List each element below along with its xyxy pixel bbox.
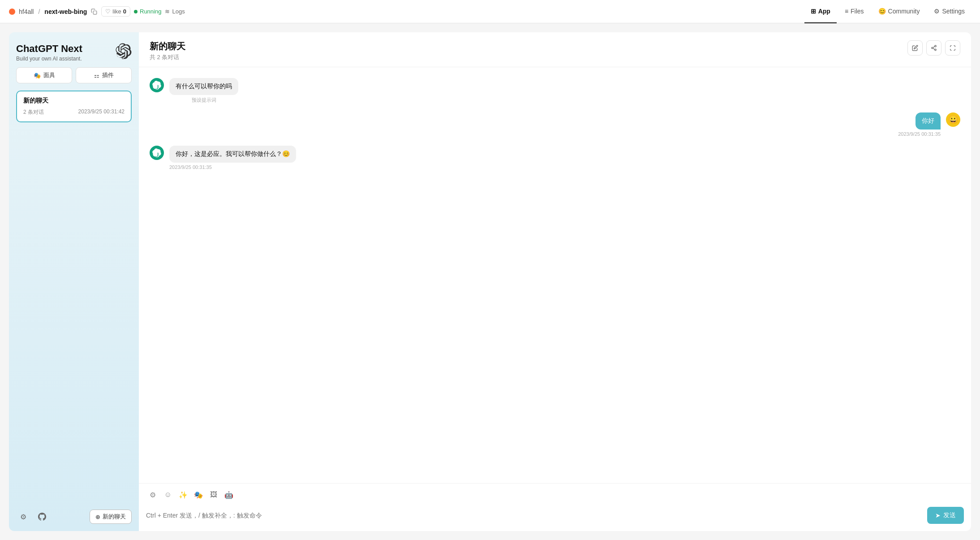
message-hint-1: 预设提示词 xyxy=(169,97,238,104)
message-time-3: 2023/9/25 00:31:35 xyxy=(169,164,296,170)
send-button[interactable]: ➤ 发送 xyxy=(927,507,964,524)
like-count: 0 xyxy=(123,8,126,15)
community-label: Community xyxy=(888,8,920,15)
plugin-icon: ⚏ xyxy=(94,72,99,79)
main-layout: ChatGPT Next Build your own AI assistant… xyxy=(0,23,980,540)
settings-footer-icon: ⚙ xyxy=(20,513,26,521)
sidebar-actions: 🎭 面具 ⚏ 插件 xyxy=(16,67,132,83)
messages-area: 有什么可以帮你的吗 预设提示词 😀 你好 2023/9/25 00:31:35 xyxy=(139,67,971,483)
sidebar-title: ChatGPT Next xyxy=(16,43,82,55)
sidebar: ChatGPT Next Build your own AI assistant… xyxy=(9,32,139,531)
heart-icon: ♡ xyxy=(105,8,111,15)
files-label: Files xyxy=(851,8,864,15)
svg-point-2 xyxy=(932,47,933,49)
sidebar-subtitle: Build your own AI assistant. xyxy=(16,56,82,62)
topnav: hf4all / next-web-bing ♡ like 0 Running … xyxy=(0,0,980,23)
copy-icon[interactable] xyxy=(90,8,98,15)
svg-line-4 xyxy=(933,48,935,49)
settings-icon: ⚙ xyxy=(934,8,940,15)
user-emoji: 😀 xyxy=(948,115,958,125)
settings-footer-button[interactable]: ⚙ xyxy=(16,510,30,524)
mask-icon: 🎭 xyxy=(34,72,41,79)
settings-label: Settings xyxy=(942,8,965,15)
svg-line-5 xyxy=(933,47,935,48)
like-label: like xyxy=(112,8,121,15)
svg-point-3 xyxy=(935,49,937,51)
brand-dot xyxy=(9,9,15,15)
topnav-left: hf4all / next-web-bing ♡ like 0 Running … xyxy=(9,6,799,17)
like-button[interactable]: ♡ like 0 xyxy=(101,6,130,17)
send-icon: ➤ xyxy=(935,512,941,519)
mask-button[interactable]: 🎭 面具 xyxy=(16,67,72,83)
logs-button[interactable]: ≋ Logs xyxy=(165,8,185,15)
tab-files[interactable]: ≡ Files xyxy=(838,0,870,23)
github-button[interactable] xyxy=(35,510,49,524)
sidebar-footer: ⚙ ⊕ 新的聊天 xyxy=(16,504,132,524)
message-content-3: 你好，这是必应。我可以帮你做什么？😊 2023/9/25 00:31:35 xyxy=(169,146,296,170)
assistant-avatar xyxy=(150,78,164,92)
message-bubble-2: 你好 xyxy=(916,112,941,130)
input-toolbar: ⚙ ☺ ✨ 🎭 🖼 🤖 xyxy=(139,483,971,503)
message-row-2: 😀 你好 2023/9/25 00:31:35 xyxy=(150,112,960,137)
status-label: Running xyxy=(140,8,161,15)
toolbar-magic-btn[interactable]: ✨ xyxy=(176,488,190,501)
logs-icon: ≋ xyxy=(165,8,170,15)
sidebar-footer-left: ⚙ xyxy=(16,510,49,524)
status-badge: Running xyxy=(134,8,161,15)
new-chat-label: 新的聊天 xyxy=(103,513,126,521)
chat-list-item[interactable]: 新的聊天 2 条对话 2023/9/25 00:31:42 xyxy=(16,91,132,122)
message-content-1: 有什么可以帮你的吗 预设提示词 xyxy=(169,78,238,104)
sidebar-brand: ChatGPT Next Build your own AI assistant… xyxy=(16,43,82,62)
community-icon: 😊 xyxy=(878,8,886,15)
message-row-1: 有什么可以帮你的吗 预设提示词 xyxy=(150,78,960,104)
message-bubble-1: 有什么可以帮你的吗 xyxy=(169,78,238,95)
user-avatar: 😀 xyxy=(946,112,960,127)
toolbar-face-btn[interactable]: ☺ xyxy=(161,488,175,501)
message-bubble-3: 你好，这是必应。我可以帮你做什么？😊 xyxy=(169,146,296,163)
toolbar-mask-btn[interactable]: 🎭 xyxy=(192,488,205,501)
send-label: 发送 xyxy=(943,511,956,519)
chat-input[interactable] xyxy=(146,512,923,519)
files-icon: ≡ xyxy=(845,8,848,15)
share-button[interactable] xyxy=(926,40,941,56)
message-content-2: 你好 2023/9/25 00:31:35 xyxy=(898,112,941,137)
plugin-label: 插件 xyxy=(102,71,114,79)
chat-item-title: 新的聊天 xyxy=(23,97,125,105)
chat-title: 新的聊天 xyxy=(150,40,185,52)
tab-settings[interactable]: ⚙ Settings xyxy=(928,0,971,23)
plus-icon: ⊕ xyxy=(95,514,100,520)
chat-item-date: 2023/9/25 00:31:42 xyxy=(78,108,125,116)
app-icon: ⊞ xyxy=(811,8,816,15)
app-label: App xyxy=(818,8,830,15)
brand-org: hf4all xyxy=(19,8,34,15)
logs-label: Logs xyxy=(172,8,185,15)
plugin-button[interactable]: ⚏ 插件 xyxy=(76,67,132,83)
message-time-2: 2023/9/25 00:31:35 xyxy=(898,131,941,137)
brand-sep: / xyxy=(38,8,40,15)
status-dot xyxy=(134,10,138,13)
chat-count: 共 2 条对话 xyxy=(150,53,185,61)
topnav-right: ⊞ App ≡ Files 😊 Community ⚙ Settings xyxy=(804,0,971,23)
chat-item-count: 2 条对话 xyxy=(23,108,44,116)
chat-header-actions xyxy=(907,40,960,56)
toolbar-bot-btn[interactable]: 🤖 xyxy=(222,488,236,501)
assistant-avatar-2 xyxy=(150,146,164,160)
openai-logo xyxy=(116,43,132,59)
chat-panel: 新的聊天 共 2 条对话 xyxy=(139,32,971,531)
brand-repo: next-web-bing xyxy=(44,8,87,15)
toolbar-image-btn[interactable]: 🖼 xyxy=(207,488,220,501)
message-row-3: 你好，这是必应。我可以帮你做什么？😊 2023/9/25 00:31:35 xyxy=(150,146,960,170)
toolbar-settings-btn[interactable]: ⚙ xyxy=(146,488,159,501)
fullscreen-button[interactable] xyxy=(945,40,960,56)
input-area: ➤ 发送 xyxy=(139,503,971,531)
chat-header-info: 新的聊天 共 2 条对话 xyxy=(150,40,185,61)
chat-header: 新的聊天 共 2 条对话 xyxy=(139,32,971,67)
tab-community[interactable]: 😊 Community xyxy=(872,0,926,23)
edit-button[interactable] xyxy=(907,40,923,56)
svg-rect-0 xyxy=(94,11,97,14)
svg-point-1 xyxy=(935,45,937,47)
tab-app[interactable]: ⊞ App xyxy=(804,0,837,23)
sidebar-header: ChatGPT Next Build your own AI assistant… xyxy=(16,43,132,62)
mask-label: 面具 xyxy=(43,71,55,79)
new-chat-button[interactable]: ⊕ 新的聊天 xyxy=(90,510,132,524)
